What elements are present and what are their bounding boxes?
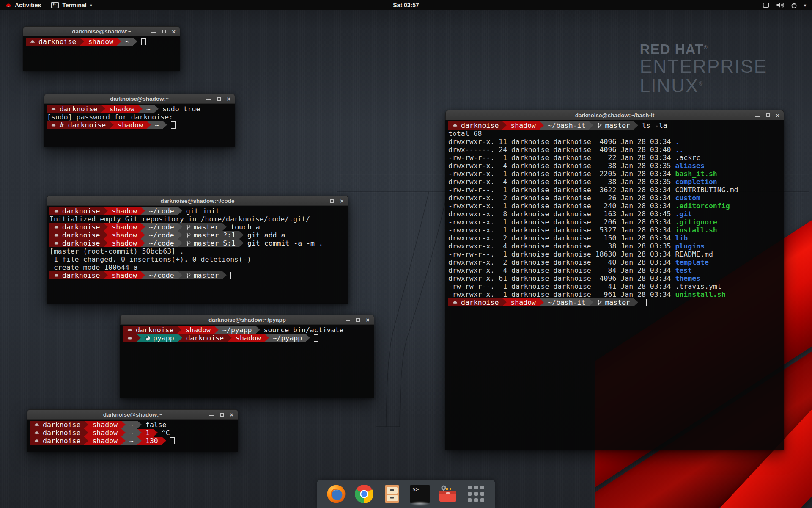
powerline-arrow xyxy=(154,105,159,113)
powerline-arrow xyxy=(80,38,84,46)
file-name: uninstall.sh xyxy=(675,290,725,298)
terminal-content[interactable]: darknoiseshadow~/pyappsource bin/activat… xyxy=(120,325,374,398)
prompt-segment-path: ~/bash-it xyxy=(544,121,589,130)
python-icon xyxy=(145,335,150,341)
file-cabinet-icon xyxy=(382,484,402,504)
terminal-app-icon: $> xyxy=(51,2,59,8)
dock-item-app-grid[interactable] xyxy=(466,483,486,505)
minimize-button[interactable] xyxy=(755,116,760,117)
redhat-logo-icon xyxy=(5,3,12,8)
terminal-line: darknoiseshadow~ xyxy=(26,38,180,46)
file-name: install.sh xyxy=(675,226,717,234)
dock-item-firefox[interactable] xyxy=(326,483,346,505)
command-text: sudo true xyxy=(159,105,200,113)
close-button[interactable]: × xyxy=(230,411,233,418)
file-name: custom xyxy=(675,194,700,202)
activities-label: Activities xyxy=(15,2,41,8)
dock-item-toolbox[interactable] xyxy=(438,483,458,505)
titlebar[interactable]: darknoise@shadow:~ × xyxy=(44,94,235,104)
powerline-arrow xyxy=(239,231,244,239)
redhat-icon xyxy=(30,39,36,44)
powerline-arrow xyxy=(265,334,269,342)
terminal-content[interactable]: darknoiseshadow~falsedarknoiseshadow~1^C… xyxy=(27,420,238,452)
dock-item-terminal[interactable]: $> xyxy=(410,483,430,505)
powerline-arrow xyxy=(104,223,108,231)
titlebar[interactable]: darknoise@shadow:~ × xyxy=(27,409,238,420)
command-text: ls -la xyxy=(638,121,667,130)
command-text: false xyxy=(142,421,167,429)
prompt-segment-branch: master xyxy=(182,271,223,279)
titlebar[interactable]: darknoise@shadow:~ × xyxy=(23,26,180,36)
redhat-icon xyxy=(452,123,458,128)
ls-row: drwxrwxr-x. 2 darknoise darknoise 40 Jan… xyxy=(448,258,709,266)
window-title: darknoise@shadow:~/code xyxy=(47,196,348,205)
prompt-segment-path: ~/code xyxy=(145,239,178,247)
close-button[interactable]: × xyxy=(776,112,779,119)
terminal-content[interactable]: darknoiseshadow~ xyxy=(23,36,180,71)
maximize-button[interactable] xyxy=(217,97,221,101)
minimize-button[interactable] xyxy=(209,415,214,416)
powerline-arrow xyxy=(239,239,244,247)
prompt-segment-user: darknoise xyxy=(49,231,104,239)
prompt-segment-host: shadow xyxy=(507,298,540,306)
close-button[interactable]: × xyxy=(172,28,176,35)
powerline-arrow xyxy=(104,239,108,247)
terminal-line: drwxrwxr-x. 8 darknoise darknoise 163 Ja… xyxy=(448,210,784,218)
titlebar[interactable]: darknoise@shadow:~/bash-it × xyxy=(445,110,784,120)
file-name: themes xyxy=(675,274,700,282)
window-title: darknoise@shadow:~/bash-it xyxy=(446,110,784,120)
ls-row: drwxrwxr-x. 2 darknoise darknoise 26 Jan… xyxy=(448,194,700,202)
terminal-line: darknoiseshadow~/codegit init xyxy=(49,207,348,215)
minimize-button[interactable] xyxy=(320,202,324,202)
dock-item-files[interactable] xyxy=(382,483,402,505)
activities-button[interactable]: Activities xyxy=(0,0,46,10)
close-button[interactable]: × xyxy=(227,96,230,102)
dock-item-chrome[interactable] xyxy=(354,483,374,505)
file-name: CONTRIBUTING.md xyxy=(675,186,738,194)
terminal-window-code: darknoise@shadow:~/code × darknoiseshado… xyxy=(47,196,348,304)
prompt-segment-exit: 130 xyxy=(142,437,162,445)
terminal-line: -rwxrwxr-x. 1 darknoise darknoise 206 Ja… xyxy=(448,218,784,226)
ls-row: -rwxrwxr-x. 1 darknoise darknoise 2205 J… xyxy=(448,170,717,178)
powerline-arrow xyxy=(178,334,182,342)
system-status-area[interactable]: ▾ xyxy=(757,0,812,10)
powerline-arrow xyxy=(228,334,232,342)
titlebar[interactable]: darknoise@shadow:~/code × xyxy=(47,196,348,206)
clock[interactable]: Sat 03:57 xyxy=(393,0,419,10)
maximize-button[interactable] xyxy=(356,318,360,322)
powerline-arrow xyxy=(222,223,227,231)
prompt-segment-user: darknoise xyxy=(448,298,502,306)
ls-row: -rwxrwxr-x. 1 darknoise darknoise 961 Ja… xyxy=(448,290,726,298)
minimize-button[interactable] xyxy=(151,32,156,33)
powerline-arrow xyxy=(141,239,145,247)
minimize-button[interactable] xyxy=(346,320,350,321)
powerline-arrow xyxy=(133,38,137,46)
powerline-arrow xyxy=(138,105,143,113)
prompt-segment-host: shadow xyxy=(84,38,117,46)
maximize-button[interactable] xyxy=(220,413,224,417)
close-button[interactable]: × xyxy=(366,317,370,323)
ls-row: drwxrwxr-x. 4 darknoise darknoise 38 Jan… xyxy=(448,178,717,186)
titlebar[interactable]: darknoise@shadow:~/pyapp × xyxy=(120,315,374,325)
caret-down-icon: ▾ xyxy=(804,3,806,8)
file-name: completion xyxy=(675,178,717,186)
redhat-icon xyxy=(53,209,59,213)
app-menu-terminal[interactable]: $> Terminal ▾ xyxy=(46,0,97,10)
terminal-line: [sudo] password for darknoise: xyxy=(47,113,235,121)
minimize-button[interactable] xyxy=(206,99,211,100)
command-text: ^C xyxy=(158,429,170,437)
terminal-content[interactable]: darknoiseshadow~/bash-itmasterls -latota… xyxy=(445,120,784,450)
prompt-segment-host: shadow xyxy=(108,271,141,279)
file-name: .travis.yml xyxy=(675,282,721,290)
maximize-button[interactable] xyxy=(330,199,334,203)
prompt-segment-host: shadow xyxy=(232,334,265,342)
maximize-button[interactable] xyxy=(162,30,166,33)
close-button[interactable]: × xyxy=(340,198,344,204)
prompt-segment-user: darknoise xyxy=(49,223,104,231)
maximize-button[interactable] xyxy=(766,113,770,117)
powerline-arrow xyxy=(121,429,126,437)
terminal-line: darknoiseshadow~/codemaster ?:1git add a xyxy=(49,231,348,239)
terminal-content[interactable]: darknoiseshadow~sudo true[sudo] password… xyxy=(44,104,235,147)
terminal-content[interactable]: darknoiseshadow~/codegit initInitialized… xyxy=(47,206,348,304)
terminal-line: drwxrwxr-x. 4 darknoise darknoise 38 Jan… xyxy=(448,162,784,170)
